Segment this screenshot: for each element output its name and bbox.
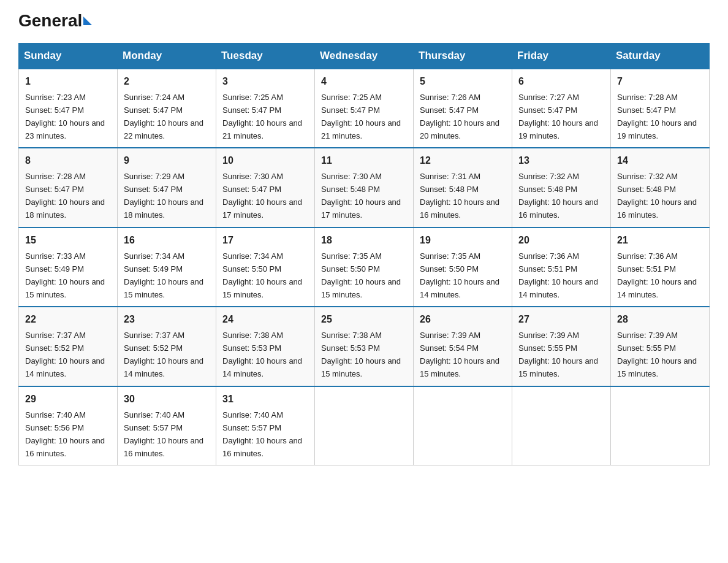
calendar-cell: 15Sunrise: 7:33 AMSunset: 5:49 PMDayligh… <box>19 228 118 307</box>
calendar-cell: 29Sunrise: 7:40 AMSunset: 5:56 PMDayligh… <box>19 386 118 465</box>
calendar-cell: 27Sunrise: 7:39 AMSunset: 5:55 PMDayligh… <box>512 307 611 386</box>
calendar-cell: 19Sunrise: 7:35 AMSunset: 5:50 PMDayligh… <box>414 228 512 307</box>
calendar-cell: 11Sunrise: 7:30 AMSunset: 5:48 PMDayligh… <box>315 148 414 227</box>
day-info: Sunrise: 7:36 AMSunset: 5:51 PMDaylight:… <box>518 251 598 299</box>
day-number: 10 <box>222 153 308 169</box>
week-row-3: 15Sunrise: 7:33 AMSunset: 5:49 PMDayligh… <box>19 228 710 307</box>
day-number: 27 <box>518 312 604 327</box>
calendar-cell: 8Sunrise: 7:28 AMSunset: 5:47 PMDaylight… <box>19 148 118 227</box>
day-info: Sunrise: 7:24 AMSunset: 5:47 PMDaylight:… <box>124 93 203 140</box>
day-number: 29 <box>25 392 111 407</box>
day-info: Sunrise: 7:28 AMSunset: 5:47 PMDaylight:… <box>617 93 697 140</box>
day-number: 4 <box>321 74 407 90</box>
calendar-cell <box>512 386 611 465</box>
day-info: Sunrise: 7:37 AMSunset: 5:52 PMDaylight:… <box>25 331 105 378</box>
calendar-cell: 24Sunrise: 7:38 AMSunset: 5:53 PMDayligh… <box>216 307 315 386</box>
day-info: Sunrise: 7:25 AMSunset: 5:47 PMDaylight:… <box>321 93 401 140</box>
calendar-cell: 17Sunrise: 7:34 AMSunset: 5:50 PMDayligh… <box>216 228 315 307</box>
calendar-cell: 25Sunrise: 7:38 AMSunset: 5:53 PMDayligh… <box>315 307 414 386</box>
week-row-4: 22Sunrise: 7:37 AMSunset: 5:52 PMDayligh… <box>19 307 710 386</box>
weekday-header-tuesday: Tuesday <box>216 44 315 69</box>
day-number: 9 <box>124 153 210 169</box>
day-number: 2 <box>124 74 210 90</box>
calendar-cell: 28Sunrise: 7:39 AMSunset: 5:55 PMDayligh… <box>611 307 710 386</box>
day-info: Sunrise: 7:39 AMSunset: 5:54 PMDaylight:… <box>420 331 499 378</box>
calendar-cell: 6Sunrise: 7:27 AMSunset: 5:47 PMDaylight… <box>512 69 611 148</box>
calendar-cell: 7Sunrise: 7:28 AMSunset: 5:47 PMDaylight… <box>611 69 710 148</box>
weekday-header-saturday: Saturday <box>611 44 710 69</box>
day-info: Sunrise: 7:39 AMSunset: 5:55 PMDaylight:… <box>518 331 598 378</box>
day-info: Sunrise: 7:34 AMSunset: 5:50 PMDaylight:… <box>222 251 302 299</box>
day-number: 31 <box>222 392 308 407</box>
calendar-cell: 13Sunrise: 7:32 AMSunset: 5:48 PMDayligh… <box>512 148 611 227</box>
calendar-cell: 14Sunrise: 7:32 AMSunset: 5:48 PMDayligh… <box>611 148 710 227</box>
day-number: 30 <box>124 392 210 407</box>
calendar-table: SundayMondayTuesdayWednesdayThursdayFrid… <box>18 43 710 465</box>
calendar-cell: 9Sunrise: 7:29 AMSunset: 5:47 PMDaylight… <box>118 148 216 227</box>
day-number: 21 <box>617 233 703 248</box>
calendar-cell: 12Sunrise: 7:31 AMSunset: 5:48 PMDayligh… <box>414 148 512 227</box>
day-number: 15 <box>25 233 111 248</box>
day-info: Sunrise: 7:38 AMSunset: 5:53 PMDaylight:… <box>222 331 302 378</box>
day-info: Sunrise: 7:39 AMSunset: 5:55 PMDaylight:… <box>617 331 697 378</box>
day-number: 8 <box>25 153 111 169</box>
day-number: 18 <box>321 233 407 248</box>
day-number: 6 <box>518 74 604 90</box>
day-info: Sunrise: 7:40 AMSunset: 5:57 PMDaylight:… <box>124 410 203 458</box>
week-row-1: 1Sunrise: 7:23 AMSunset: 5:47 PMDaylight… <box>19 69 710 148</box>
day-number: 24 <box>222 312 308 327</box>
logo-general-text: General <box>18 12 82 29</box>
day-info: Sunrise: 7:26 AMSunset: 5:47 PMDaylight:… <box>420 93 499 140</box>
day-number: 3 <box>222 74 308 90</box>
logo: General <box>18 12 93 31</box>
page-header: General <box>18 12 710 31</box>
day-info: Sunrise: 7:35 AMSunset: 5:50 PMDaylight:… <box>321 251 401 299</box>
day-number: 14 <box>617 153 703 169</box>
day-number: 12 <box>420 153 506 169</box>
day-info: Sunrise: 7:32 AMSunset: 5:48 PMDaylight:… <box>518 172 598 220</box>
day-number: 22 <box>25 312 111 327</box>
calendar-cell: 20Sunrise: 7:36 AMSunset: 5:51 PMDayligh… <box>512 228 611 307</box>
calendar-cell: 10Sunrise: 7:30 AMSunset: 5:47 PMDayligh… <box>216 148 315 227</box>
day-number: 20 <box>518 233 604 248</box>
day-info: Sunrise: 7:23 AMSunset: 5:47 PMDaylight:… <box>25 93 105 140</box>
day-info: Sunrise: 7:40 AMSunset: 5:57 PMDaylight:… <box>222 410 302 458</box>
weekday-header-friday: Friday <box>512 44 611 69</box>
day-number: 23 <box>124 312 210 327</box>
day-info: Sunrise: 7:30 AMSunset: 5:48 PMDaylight:… <box>321 172 401 220</box>
calendar-cell <box>414 386 512 465</box>
calendar-cell <box>611 386 710 465</box>
calendar-cell: 22Sunrise: 7:37 AMSunset: 5:52 PMDayligh… <box>19 307 118 386</box>
week-row-2: 8Sunrise: 7:28 AMSunset: 5:47 PMDaylight… <box>19 148 710 227</box>
calendar-cell: 2Sunrise: 7:24 AMSunset: 5:47 PMDaylight… <box>118 69 216 148</box>
logo-triangle-icon <box>83 17 92 25</box>
day-info: Sunrise: 7:37 AMSunset: 5:52 PMDaylight:… <box>124 331 203 378</box>
calendar-cell: 3Sunrise: 7:25 AMSunset: 5:47 PMDaylight… <box>216 69 315 148</box>
weekday-header-thursday: Thursday <box>414 44 512 69</box>
day-number: 26 <box>420 312 506 327</box>
calendar-cell: 1Sunrise: 7:23 AMSunset: 5:47 PMDaylight… <box>19 69 118 148</box>
day-number: 28 <box>617 312 703 327</box>
day-info: Sunrise: 7:40 AMSunset: 5:56 PMDaylight:… <box>25 410 105 458</box>
calendar-cell: 21Sunrise: 7:36 AMSunset: 5:51 PMDayligh… <box>611 228 710 307</box>
calendar-cell: 5Sunrise: 7:26 AMSunset: 5:47 PMDaylight… <box>414 69 512 148</box>
weekday-header-row: SundayMondayTuesdayWednesdayThursdayFrid… <box>19 44 710 69</box>
calendar-cell: 30Sunrise: 7:40 AMSunset: 5:57 PMDayligh… <box>118 386 216 465</box>
day-number: 13 <box>518 153 604 169</box>
calendar-cell <box>315 386 414 465</box>
day-number: 17 <box>222 233 308 248</box>
weekday-header-monday: Monday <box>118 44 216 69</box>
calendar-cell: 26Sunrise: 7:39 AMSunset: 5:54 PMDayligh… <box>414 307 512 386</box>
day-info: Sunrise: 7:27 AMSunset: 5:47 PMDaylight:… <box>518 93 598 140</box>
day-info: Sunrise: 7:35 AMSunset: 5:50 PMDaylight:… <box>420 251 499 299</box>
day-info: Sunrise: 7:30 AMSunset: 5:47 PMDaylight:… <box>222 172 302 220</box>
weekday-header-wednesday: Wednesday <box>315 44 414 69</box>
day-info: Sunrise: 7:31 AMSunset: 5:48 PMDaylight:… <box>420 172 499 220</box>
day-number: 5 <box>420 74 506 90</box>
day-info: Sunrise: 7:33 AMSunset: 5:49 PMDaylight:… <box>25 251 105 299</box>
calendar-cell: 16Sunrise: 7:34 AMSunset: 5:49 PMDayligh… <box>118 228 216 307</box>
day-number: 7 <box>617 74 703 90</box>
weekday-header-sunday: Sunday <box>19 44 118 69</box>
day-info: Sunrise: 7:34 AMSunset: 5:49 PMDaylight:… <box>124 251 203 299</box>
day-info: Sunrise: 7:29 AMSunset: 5:47 PMDaylight:… <box>124 172 203 220</box>
